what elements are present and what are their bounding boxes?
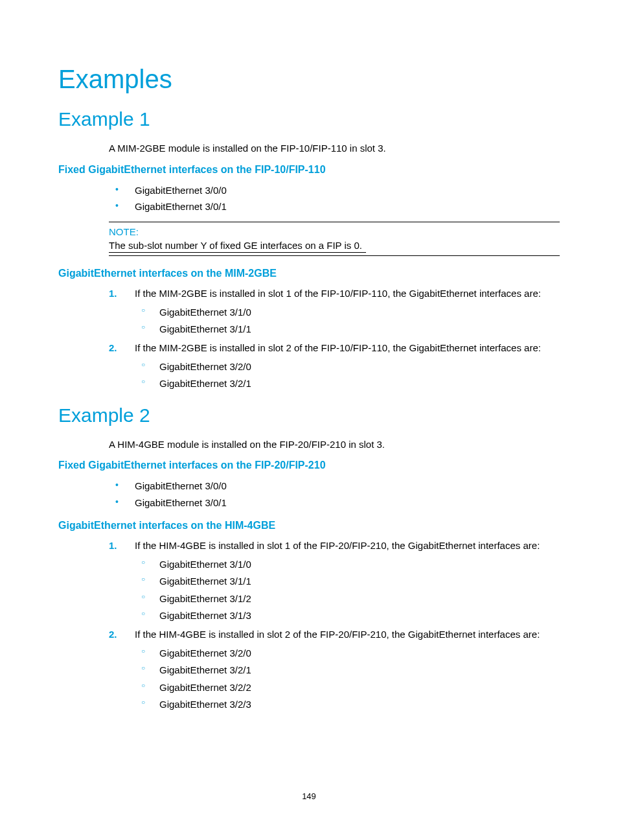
note-text: The sub-slot number Y of fixed GE interf…	[109, 240, 366, 253]
example1-heading: Example 1	[58, 108, 560, 130]
item-text: If the HIM-4GBE is installed in slot 1 o…	[135, 540, 540, 551]
sub-item: GigabitEthernet 3/1/0	[135, 556, 560, 573]
item-number: 2.	[109, 627, 117, 642]
example1-intro: A MIM-2GBE module is installed on the FI…	[109, 142, 560, 155]
sub-item: GigabitEthernet 3/2/1	[135, 662, 560, 679]
example2-heading: Example 2	[58, 404, 560, 426]
item-number: 2.	[109, 340, 117, 356]
numbered-item: 1. If the MIM-2GBE is installed in slot …	[58, 286, 560, 338]
example2-sectiona-list: GigabitEthernet 3/0/0 GigabitEthernet 3/…	[58, 478, 560, 511]
list-item: GigabitEthernet 3/0/0	[58, 182, 560, 199]
example2-sectiona-heading: Fixed GigabitEthernet interfaces on the …	[58, 460, 560, 471]
note-box: NOTE: The sub-slot number Y of fixed GE …	[109, 222, 560, 256]
example1-sectiona-list: GigabitEthernet 3/0/0 GigabitEthernet 3/…	[58, 182, 560, 215]
example2-sectionb-list: 1. If the HIM-4GBE is installed in slot …	[58, 538, 560, 713]
sub-list: GigabitEthernet 3/1/0 GigabitEthernet 3/…	[135, 556, 560, 624]
example2-intro: A HIM-4GBE module is installed on the FI…	[109, 438, 560, 451]
numbered-item: 1. If the HIM-4GBE is installed in slot …	[58, 538, 560, 624]
sub-item: GigabitEthernet 3/2/1	[135, 375, 560, 392]
example1-sectionb-heading: GigabitEthernet interfaces on the MIM-2G…	[58, 268, 560, 279]
sub-item: GigabitEthernet 3/1/1	[135, 321, 560, 338]
sub-list: GigabitEthernet 3/1/0 GigabitEthernet 3/…	[135, 304, 560, 338]
sub-item: GigabitEthernet 3/2/0	[135, 645, 560, 662]
sub-item: GigabitEthernet 3/1/0	[135, 304, 560, 321]
page-title: Examples	[58, 65, 560, 94]
list-item: GigabitEthernet 3/0/1	[58, 198, 560, 215]
page-number: 149	[0, 791, 618, 801]
numbered-item: 2. If the HIM-4GBE is installed in slot …	[58, 627, 560, 713]
sub-list: GigabitEthernet 3/2/0 GigabitEthernet 3/…	[135, 645, 560, 713]
item-text: If the MIM-2GBE is installed in slot 1 o…	[135, 288, 541, 299]
example1-sectiona-heading: Fixed GigabitEthernet interfaces on the …	[58, 164, 560, 176]
page-content: Examples Example 1 A MIM-2GBE module is …	[0, 0, 618, 713]
sub-item: GigabitEthernet 3/2/2	[135, 679, 560, 696]
sub-item: GigabitEthernet 3/2/0	[135, 358, 560, 375]
sub-item: GigabitEthernet 3/1/2	[135, 590, 560, 607]
item-number: 1.	[109, 286, 117, 301]
sub-item: GigabitEthernet 3/1/3	[135, 607, 560, 624]
sub-item: GigabitEthernet 3/1/1	[135, 573, 560, 590]
sub-item: GigabitEthernet 3/2/3	[135, 696, 560, 713]
note-label: NOTE:	[109, 226, 560, 237]
item-text: If the MIM-2GBE is installed in slot 2 o…	[135, 342, 541, 353]
list-item: GigabitEthernet 3/0/0	[58, 478, 560, 495]
sub-list: GigabitEthernet 3/2/0 GigabitEthernet 3/…	[135, 358, 560, 393]
numbered-item: 2. If the MIM-2GBE is installed in slot …	[58, 340, 560, 393]
item-number: 1.	[109, 538, 117, 554]
example1-sectionb-list: 1. If the MIM-2GBE is installed in slot …	[58, 286, 560, 393]
item-text: If the HIM-4GBE is installed in slot 2 o…	[135, 629, 540, 640]
list-item: GigabitEthernet 3/0/1	[58, 495, 560, 511]
example2-sectionb-heading: GigabitEthernet interfaces on the HIM-4G…	[58, 520, 560, 531]
